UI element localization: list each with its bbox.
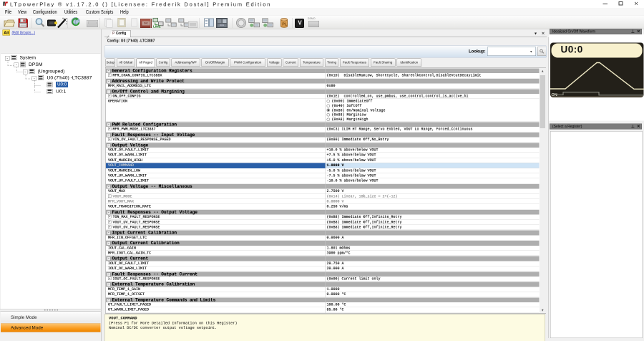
svg-text:ON: ON	[552, 92, 557, 97]
svg-text:PL: PL	[282, 22, 288, 27]
svg-text:LINE: LINE	[153, 25, 161, 29]
